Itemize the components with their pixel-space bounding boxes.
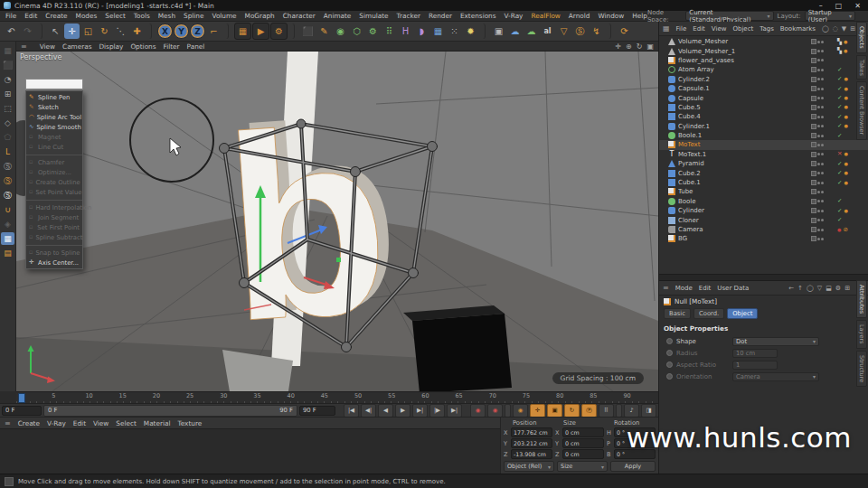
size-field[interactable]: 0 cm [562,449,604,459]
hair-icon[interactable]: H [398,23,413,39]
object-row[interactable]: Boole [659,197,868,206]
axis-mode-icon[interactable]: L [1,145,14,158]
context-menu-item[interactable]: Magnet [26,132,82,142]
check-tag[interactable] [837,76,842,82]
object-row[interactable]: Capsule.1 [659,84,868,93]
object-manager-menu-item[interactable]: File [676,25,687,33]
prev-frame-button[interactable]: ◀ [378,404,393,418]
context-menu-item[interactable] [26,152,82,155]
settings-icon[interactable]: ⚙ [835,285,841,292]
check-tag[interactable] [837,114,842,120]
phong-tag[interactable] [844,76,847,82]
object-row[interactable]: Cube.2 [659,168,868,177]
material-menu-item[interactable]: Texture [178,419,203,427]
phong-tag[interactable] [844,114,847,120]
visibility-toggles[interactable] [811,189,835,194]
sound-button[interactable]: ♪ [624,404,639,418]
panel-side-tab[interactable]: Takes [856,55,867,80]
attribute-tab[interactable]: Object [727,308,758,319]
context-menu-item[interactable]: Spline Arc Tool [26,112,82,122]
menu-item[interactable]: Character [283,12,316,20]
phong-tag[interactable] [844,104,847,110]
viewport-menu-item[interactable]: Panel [187,42,205,51]
phong-tag[interactable] [844,123,847,129]
viewport-menu-item[interactable]: Display [99,42,123,51]
rotate-tool-icon[interactable]: ↻ [97,23,112,39]
lock-z-axis-icon[interactable]: Z [190,23,205,39]
goto-end-button[interactable]: ▶| [447,404,462,418]
object-row[interactable]: BG [659,234,868,243]
workplane-icon[interactable]: ⊞ [1,88,14,100]
search-icon[interactable]: ◯ [807,285,814,292]
hamburger-icon[interactable]: ≡ [21,42,27,51]
visibility-toggles[interactable] [811,114,835,119]
material-list-area[interactable] [0,428,500,474]
interactive-render-region-icon[interactable]: ▣ [491,23,506,39]
live-selection-icon[interactable]: ↖ [48,23,63,39]
key-pla-button[interactable]: ⠿ [599,404,614,418]
autokey-button[interactable]: ◉ [487,404,503,418]
menu-item[interactable]: Arnold [569,12,590,20]
context-menu-item[interactable]: Axis Center... [26,258,82,267]
attribute-menu-item[interactable]: Mode [675,285,693,292]
end-frame-field[interactable]: 90 F [299,406,335,416]
menu-item[interactable]: MoGraph [245,12,275,20]
object-manager-menu-item[interactable]: View [712,25,727,33]
object-manager-menu-item[interactable]: Tags [760,25,774,33]
keyframe-dot-icon[interactable] [666,338,673,344]
coordinate-system-icon[interactable]: ⌐ [206,23,222,39]
check-tag[interactable] [837,217,842,223]
mograph-icon[interactable]: ⠿ [382,23,397,39]
material-menu-item[interactable]: V-Ray [47,419,66,427]
black-cube[interactable] [403,305,512,391]
lock-icon[interactable]: ⬓ [826,285,832,292]
context-menu-item[interactable]: Join Segment [26,212,82,222]
menu-item[interactable]: Modes [76,12,98,20]
check-tag[interactable] [837,161,842,167]
context-menu-item[interactable] [26,242,82,246]
menu-item[interactable]: Volume [212,12,236,20]
menu-item[interactable]: Window [598,12,624,20]
panel-side-tab[interactable]: Content Browser [856,81,867,139]
context-menu-item[interactable]: Snap to Spline [26,248,82,258]
prev-key-button[interactable]: ◀| [361,404,376,418]
object-row[interactable]: Cube.1 [659,178,868,187]
keyframe-dot-icon[interactable] [666,373,673,380]
object-row[interactable]: Volume_Mesher [659,37,868,46]
check-tag[interactable] [837,86,842,92]
frame-range-slider[interactable]: 0 F 90 F [43,405,297,417]
zoom-view-icon[interactable]: ⊕ [626,42,632,51]
menu-item[interactable]: Mesh [158,12,175,20]
phong-tag[interactable] [844,39,847,45]
menu-item[interactable]: Spline [184,12,203,20]
object-manager-menu-item[interactable]: Bookmarks [780,25,816,33]
search-icon[interactable]: ◯ [822,25,829,33]
menu-item[interactable]: Simulate [359,12,388,20]
context-menu-item[interactable]: Chamfer [26,157,82,167]
material-menu-item[interactable]: Create [18,419,40,427]
size-field[interactable]: 0 cm [562,427,604,437]
phong-tag[interactable] [844,151,847,157]
object-row[interactable]: MoText [659,140,868,149]
phong-tag[interactable] [844,86,847,92]
toggle-view-icon[interactable]: ▣ [646,42,654,51]
camera-tools-icon[interactable]: ⁙ [447,23,462,39]
solo-button[interactable]: ◨ [641,404,656,418]
add-tool-icon[interactable]: ✚ [129,23,145,39]
menu-item[interactable]: Extensions [460,12,496,20]
object-row[interactable]: Cube.4 [659,112,868,121]
checker-tag[interactable] [837,48,842,54]
visibility-toggles[interactable] [811,49,835,54]
menu-item[interactable]: Help [632,12,647,20]
render-settings-icon[interactable]: ⚙ [270,23,288,40]
check-tag[interactable] [837,104,842,110]
quantize-icon[interactable]: ▤ [1,247,14,259]
viewport-menu-item[interactable]: Filter [164,42,180,51]
filter-icon[interactable]: ▼ [842,25,846,33]
object-row[interactable]: Tube [659,187,868,196]
context-menu-item[interactable]: Set Point Value [26,187,82,197]
visibility-toggles[interactable] [811,208,835,213]
move-tool-icon[interactable]: ✛ [64,23,80,39]
visibility-toggles[interactable] [811,124,835,129]
key-parameter-button[interactable]: Ⓟ [581,404,597,418]
